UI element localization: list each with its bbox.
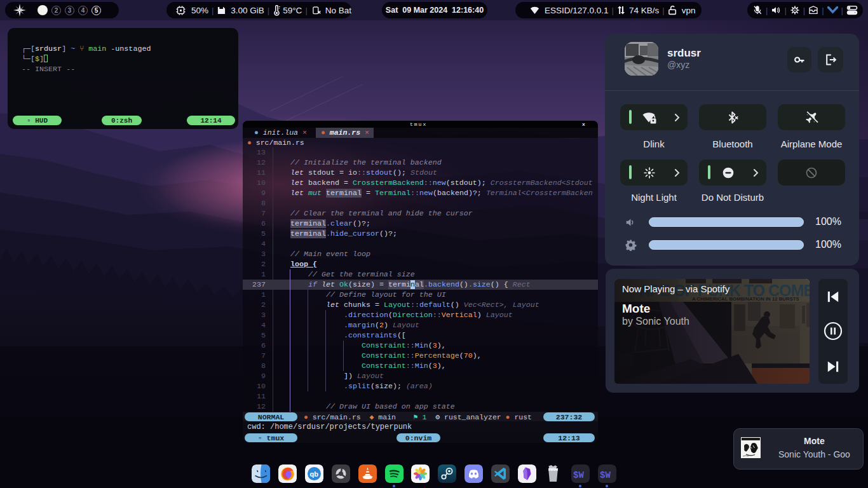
svg-text:$W: $W <box>600 470 611 480</box>
svg-text:$W: $W <box>573 470 584 480</box>
svg-text:qb: qb <box>309 470 318 478</box>
